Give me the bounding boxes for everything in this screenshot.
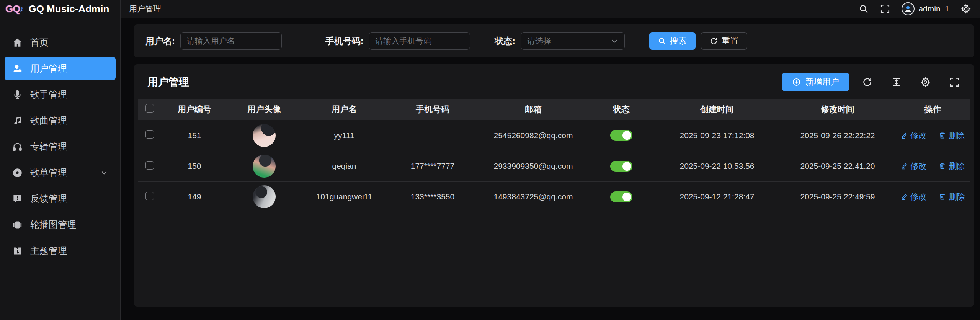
edit-link[interactable]: 修改 bbox=[901, 161, 927, 171]
sidebar-item-theme[interactable]: 主题管理 bbox=[5, 239, 116, 263]
density-icon[interactable] bbox=[891, 77, 902, 87]
cell-username: 101guangwei11 bbox=[301, 181, 387, 212]
logo-music-note-icon: ♪ bbox=[19, 3, 24, 14]
cell-phone bbox=[387, 120, 478, 151]
cell-modified: 2025-09-25 22:49:59 bbox=[780, 181, 895, 212]
cell-user-id: 151 bbox=[162, 120, 227, 151]
cell-created: 2025-09-22 10:53:56 bbox=[654, 151, 780, 181]
cell-created: 2025-09-23 17:12:08 bbox=[654, 120, 780, 151]
col-modified: 修改时间 bbox=[780, 99, 895, 120]
avatar bbox=[902, 2, 915, 15]
sidebar: 首页 用户管理 歌手管理 歌曲管理 bbox=[0, 18, 121, 320]
gear-icon[interactable] bbox=[961, 4, 971, 14]
status-toggle[interactable] bbox=[610, 191, 632, 202]
main-content: 用户名: 手机号码: 状态: 请选择 搜索 重置 用户管理 bbox=[121, 18, 980, 320]
phone-filter-label: 手机号码: bbox=[325, 35, 364, 47]
chevron-down-icon bbox=[611, 37, 618, 45]
sidebar-item-music[interactable]: 歌曲管理 bbox=[5, 109, 116, 132]
settings-icon[interactable] bbox=[920, 77, 931, 87]
edit-link-label: 修改 bbox=[911, 161, 927, 171]
fullscreen-icon[interactable] bbox=[880, 4, 890, 14]
cell-phone: 177****7777 bbox=[387, 151, 478, 181]
user-menu[interactable]: admin_1 bbox=[902, 2, 949, 15]
sidebar-item-feedback[interactable]: 反馈管理 bbox=[5, 187, 116, 211]
search-button-label: 搜索 bbox=[670, 35, 687, 47]
trash-icon bbox=[939, 132, 946, 139]
sidebar-item-label: 歌单管理 bbox=[30, 167, 67, 179]
user-avatar bbox=[253, 155, 276, 178]
select-all-checkbox[interactable] bbox=[145, 104, 154, 113]
user-icon bbox=[12, 64, 23, 74]
sidebar-item-user[interactable]: 用户管理 bbox=[5, 57, 116, 80]
circle-plus-icon bbox=[792, 78, 801, 87]
edit-pen-icon bbox=[901, 132, 908, 139]
breadcrumb: 用户管理 bbox=[129, 3, 161, 14]
mic-icon bbox=[12, 90, 23, 100]
delete-link-label: 删除 bbox=[949, 130, 965, 141]
cell-user-id: 150 bbox=[162, 151, 227, 181]
sidebar-item-label: 主题管理 bbox=[30, 245, 67, 257]
sidebar-item-label: 专辑管理 bbox=[30, 140, 67, 153]
search-button[interactable]: 搜索 bbox=[649, 32, 696, 50]
refresh-icon[interactable] bbox=[862, 77, 872, 87]
status-filter-label: 状态: bbox=[495, 35, 515, 47]
sidebar-item-headphones[interactable]: 专辑管理 bbox=[5, 135, 116, 158]
phone-filter-input[interactable] bbox=[369, 32, 470, 50]
trash-icon bbox=[939, 193, 946, 200]
fullscreen-icon[interactable] bbox=[949, 77, 960, 87]
theme-icon bbox=[12, 246, 23, 256]
col-phone: 手机号码 bbox=[387, 99, 478, 120]
table-row: 149 101guangwei11 133****3550 1493843725… bbox=[138, 181, 970, 212]
reset-button[interactable]: 重置 bbox=[701, 32, 747, 50]
user-avatar bbox=[253, 185, 276, 208]
top-header: GQ♪ GQ Music-Admin 用户管理 admin_1 bbox=[0, 0, 980, 18]
col-status: 状态 bbox=[589, 99, 654, 120]
username-filter-input[interactable] bbox=[180, 32, 282, 50]
sidebar-item-label: 用户管理 bbox=[30, 62, 67, 75]
edit-link[interactable]: 修改 bbox=[901, 191, 927, 202]
add-user-button[interactable]: 新增用户 bbox=[782, 73, 849, 91]
edit-link[interactable]: 修改 bbox=[901, 130, 927, 141]
search-icon bbox=[658, 37, 666, 45]
app-title: GQ Music-Admin bbox=[28, 3, 109, 15]
col-username: 用户名 bbox=[301, 99, 387, 120]
col-actions: 操作 bbox=[895, 99, 970, 120]
status-select[interactable]: 请选择 bbox=[521, 32, 625, 50]
col-email: 邮箱 bbox=[478, 99, 589, 120]
row-checkbox[interactable] bbox=[145, 161, 154, 170]
disc-icon bbox=[12, 168, 23, 178]
sidebar-item-label: 反馈管理 bbox=[30, 193, 67, 205]
cell-user-id: 149 bbox=[162, 181, 227, 212]
card-title: 用户管理 bbox=[148, 75, 189, 89]
feedback-icon bbox=[12, 194, 23, 204]
username-filter-label: 用户名: bbox=[145, 35, 175, 47]
status-toggle[interactable] bbox=[610, 130, 632, 141]
table-row: 151 yy111 2545260982@qq.com 2025-09-23 1… bbox=[138, 120, 970, 151]
cell-email: 2933909350@qq.com bbox=[478, 151, 589, 181]
refresh-icon bbox=[710, 37, 718, 45]
sidebar-item-disc[interactable]: 歌单管理 bbox=[5, 161, 116, 184]
row-checkbox[interactable] bbox=[145, 192, 154, 200]
brand: GQ♪ GQ Music-Admin bbox=[0, 0, 121, 18]
username: admin_1 bbox=[918, 4, 949, 13]
sidebar-item-home[interactable]: 首页 bbox=[5, 31, 116, 54]
edit-link-label: 修改 bbox=[911, 191, 927, 202]
delete-link-label: 删除 bbox=[949, 191, 965, 202]
delete-link[interactable]: 删除 bbox=[939, 161, 965, 171]
logo-gq-text: GQ bbox=[5, 3, 20, 15]
music-icon bbox=[12, 116, 23, 126]
col-user-id: 用户编号 bbox=[162, 99, 227, 120]
row-checkbox[interactable] bbox=[145, 130, 154, 139]
delete-link[interactable]: 删除 bbox=[939, 130, 965, 141]
col-avatar: 用户头像 bbox=[227, 99, 301, 120]
sidebar-item-label: 歌曲管理 bbox=[30, 114, 67, 127]
delete-link[interactable]: 删除 bbox=[939, 191, 965, 202]
search-icon[interactable] bbox=[859, 4, 869, 14]
cell-email: 2545260982@qq.com bbox=[478, 120, 589, 151]
sidebar-item-carousel[interactable]: 轮播图管理 bbox=[5, 213, 116, 237]
status-toggle[interactable] bbox=[610, 161, 632, 172]
filter-bar: 用户名: 手机号码: 状态: 请选择 搜索 重置 bbox=[134, 24, 974, 57]
edit-pen-icon bbox=[901, 193, 908, 200]
sidebar-item-mic[interactable]: 歌手管理 bbox=[5, 83, 116, 106]
cell-modified: 2025-09-26 22:22:22 bbox=[780, 120, 895, 151]
